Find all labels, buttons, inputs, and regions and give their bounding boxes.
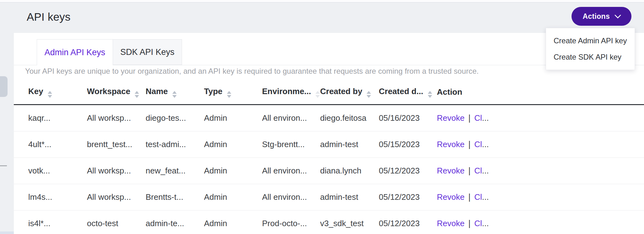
created-by-cell: admin-test (320, 131, 379, 158)
type-cell: Admin (204, 184, 262, 210)
top-edge-strip (0, 0, 644, 3)
table-row: is4l*... octo-test admin-te... Admin Pro… (14, 210, 644, 234)
column-header-key[interactable]: Key (14, 80, 87, 105)
revoke-link[interactable]: Revoke (437, 219, 464, 228)
type-cell: Admin (204, 131, 262, 158)
truncation-ellipsis: ... (482, 192, 489, 202)
truncation-ellipsis: ... (482, 219, 489, 228)
api-keys-screen: API keys Actions Admin API Keys SDK API … (0, 0, 644, 234)
action-cell: Revoke|Cl... (437, 158, 644, 184)
column-header-action: Action (437, 80, 644, 105)
key-cell: is4l*... (14, 210, 87, 234)
action-divider: | (468, 140, 470, 149)
environment-cell: Prod-octo-... (262, 210, 320, 234)
workspace-cell: octo-test (87, 210, 146, 234)
tab-admin-api-keys-label: Admin API Keys (45, 48, 105, 57)
environment-cell: All environ... (262, 158, 320, 184)
name-cell: diego-tes... (146, 105, 204, 131)
created-date-cell: 05/16/2023 (379, 105, 437, 131)
sort-icon (367, 91, 371, 98)
type-cell: Admin (204, 210, 262, 234)
tab-bar: Admin API Keys SDK API Keys (37, 39, 182, 65)
revoke-link[interactable]: Revoke (437, 192, 464, 202)
created-date-cell: 05/15/2023 (379, 131, 437, 158)
column-header-workspace-label: Workspace (87, 87, 130, 96)
revoke-link[interactable]: Revoke (437, 166, 464, 175)
scrollbar-thumb[interactable] (0, 76, 8, 97)
name-cell: new_feat... (146, 158, 204, 184)
table-row: lm4s... All worksp... Brentts-t... Admin… (14, 184, 644, 210)
created-by-cell: v3_sdk_test (320, 210, 379, 234)
action-cell: Revoke|Cl... (437, 210, 644, 234)
action-divider: | (468, 166, 470, 175)
column-header-key-label: Key (28, 87, 43, 96)
clone-link[interactable]: Cl (474, 113, 482, 123)
column-header-created-by-label: Created by (320, 87, 362, 96)
column-header-environment-label: Environme... (262, 87, 311, 96)
key-cell: kaqr... (14, 105, 87, 131)
sort-icon (135, 91, 139, 98)
actions-button-label: Actions (583, 12, 610, 21)
sort-icon (428, 91, 432, 98)
created-date-cell: 05/12/2023 (379, 158, 437, 184)
type-cell: Admin (204, 158, 262, 184)
revoke-link[interactable]: Revoke (437, 140, 464, 149)
environment-cell: All environ... (262, 105, 320, 131)
column-header-name[interactable]: Name (146, 80, 204, 105)
type-cell: Admin (204, 105, 262, 131)
action-cell: Revoke|Cl... (437, 131, 644, 158)
action-cell: Revoke|Cl... (437, 105, 644, 131)
actions-button[interactable]: Actions (572, 7, 631, 26)
workspace-cell: All worksp... (87, 105, 146, 131)
clone-link[interactable]: Cl (474, 192, 482, 202)
chevron-down-icon (614, 12, 621, 18)
workspace-cell: All worksp... (87, 158, 146, 184)
name-cell: test-admi... (146, 131, 204, 158)
table-row: 4ult*... brentt_test... test-admi... Adm… (14, 131, 644, 158)
action-divider: | (468, 219, 470, 228)
description-text: Your API keys are unique to your organiz… (25, 67, 479, 76)
key-cell: lm4s... (14, 184, 87, 210)
tab-sdk-api-keys-label: SDK API Keys (120, 47, 174, 57)
column-header-environment[interactable]: Environme... (262, 80, 320, 105)
column-header-created-date[interactable]: Created d... (379, 80, 437, 105)
column-header-name-label: Name (146, 87, 168, 96)
key-cell: 4ult*... (14, 131, 87, 158)
sort-icon (315, 91, 320, 98)
table-header-row: Key Workspace Name Type Environme... (14, 80, 644, 105)
sort-icon (172, 91, 177, 98)
clone-link[interactable]: Cl (474, 140, 482, 149)
workspace-cell: brentt_test... (87, 131, 146, 158)
key-cell: votk... (14, 158, 87, 184)
truncation-ellipsis: ... (482, 113, 489, 123)
table-row: votk... All worksp... new_feat... Admin … (14, 158, 644, 184)
created-date-cell: 05/12/2023 (379, 210, 437, 234)
clone-link[interactable]: Cl (474, 166, 482, 175)
revoke-link[interactable]: Revoke (437, 113, 464, 123)
menu-item-create-admin-api-key[interactable]: Create Admin API key (546, 33, 635, 49)
name-cell: Brentts-t... (146, 184, 204, 210)
column-header-workspace[interactable]: Workspace (87, 80, 146, 105)
actions-dropdown-menu: Create Admin API key Create SDK API key (546, 28, 635, 70)
clone-link[interactable]: Cl (474, 219, 482, 228)
tab-admin-api-keys[interactable]: Admin API Keys (37, 39, 113, 65)
created-by-cell: admin-test (320, 184, 379, 210)
tab-sdk-api-keys[interactable]: SDK API Keys (113, 39, 182, 65)
page-title: API keys (27, 11, 71, 23)
column-header-type[interactable]: Type (204, 80, 262, 105)
environment-cell: Stg-brentt... (262, 131, 320, 158)
created-date-cell: 05/12/2023 (379, 184, 437, 210)
created-by-cell: diana.lynch (320, 158, 379, 184)
workspace-cell: All worksp... (87, 184, 146, 210)
action-divider: | (468, 113, 470, 123)
environment-cell: All environ... (262, 184, 320, 210)
column-header-created-date-label: Created d... (379, 87, 423, 96)
created-by-cell: diego.feitosa (320, 105, 379, 131)
api-keys-table: Key Workspace Name Type Environme... (14, 80, 644, 234)
column-header-action-label: Action (437, 87, 462, 97)
divider-handle (0, 165, 7, 166)
menu-item-create-sdk-api-key[interactable]: Create SDK API key (546, 49, 635, 65)
column-header-created-by[interactable]: Created by (320, 80, 379, 105)
name-cell: admin-te... (146, 210, 204, 234)
sort-icon (227, 91, 231, 98)
